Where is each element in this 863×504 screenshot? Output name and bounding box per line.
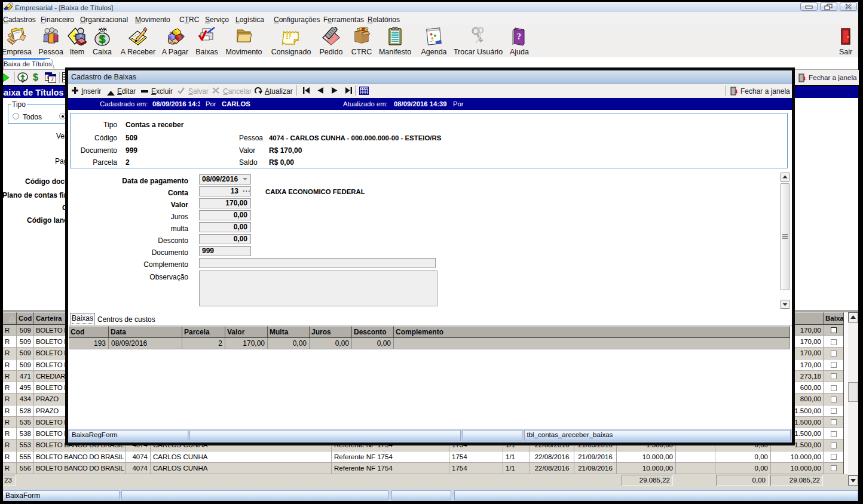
svg-text:7: 7 [51,76,54,82]
svg-text:?: ? [517,32,521,41]
svg-text:$: $ [99,33,106,45]
